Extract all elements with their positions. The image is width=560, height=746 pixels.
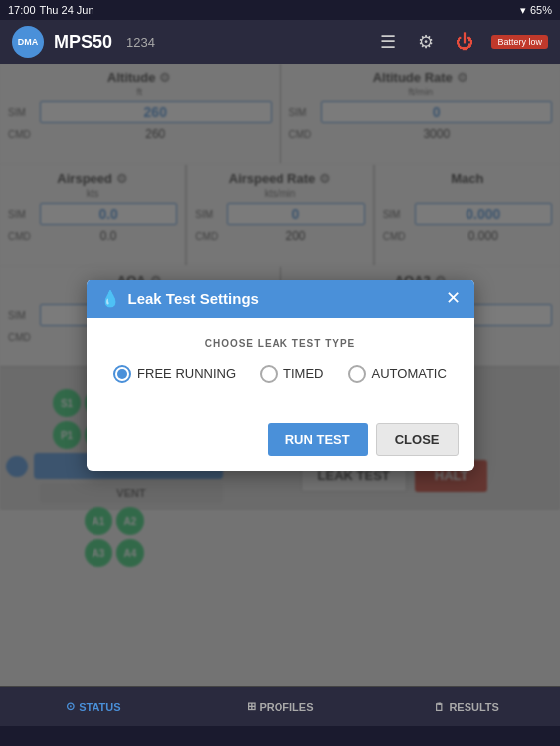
leak-test-modal: 💧 Leak Test Settings ✕ CHOOSE LEAK TEST … (87, 280, 474, 471)
status-nav-icon: ⊙ (66, 700, 75, 713)
profiles-nav-label: PROFILES (260, 701, 314, 713)
radio-timed-outer (260, 365, 278, 383)
radio-free-running-label: FREE RUNNING (137, 366, 236, 381)
status-bar: 17:00 Thu 24 Jun ▾ 65% (0, 0, 560, 20)
status-bar-left: 17:00 Thu 24 Jun (8, 4, 94, 16)
nav-results[interactable]: 🗒 RESULTS (373, 687, 560, 726)
radio-free-running-outer (113, 365, 131, 383)
radio-free-running-inner (117, 369, 127, 379)
radio-automatic[interactable]: AUTOMATIC (348, 365, 447, 383)
status-nav-label: STATUS (79, 701, 120, 713)
radio-free-running[interactable]: FREE RUNNING (113, 365, 236, 383)
radio-automatic-outer (348, 365, 366, 383)
bottom-nav: ⊙ STATUS ⊞ PROFILES 🗒 RESULTS (0, 686, 560, 726)
header: DMA MPS50 1234 ☰ ⚙ ⏻ Battery low (0, 20, 560, 64)
modal-header: 💧 Leak Test Settings ✕ (87, 280, 474, 318)
profiles-nav-icon: ⊞ (247, 700, 256, 713)
modal-overlay: 💧 Leak Test Settings ✕ CHOOSE LEAK TEST … (0, 64, 560, 686)
radio-group: FREE RUNNING TIMED AUTOMATIC (106, 365, 455, 383)
radio-automatic-label: AUTOMATIC (372, 366, 447, 381)
modal-header-left: 💧 Leak Test Settings (100, 289, 259, 308)
header-subtitle: 1234 (126, 35, 155, 50)
power-icon[interactable]: ⏻ (456, 32, 473, 53)
header-title: MPS50 (54, 32, 112, 53)
radio-timed[interactable]: TIMED (260, 365, 323, 383)
close-button[interactable]: CLOSE (376, 423, 459, 456)
run-test-button[interactable]: RUN TEST (268, 423, 368, 456)
menu-icon[interactable]: ☰ (380, 31, 396, 53)
modal-footer: RUN TEST CLOSE (87, 423, 474, 471)
nav-status[interactable]: ⊙ STATUS (0, 687, 187, 726)
results-nav-icon: 🗒 (434, 701, 445, 713)
logo: DMA (12, 26, 44, 58)
modal-body: CHOOSE LEAK TEST TYPE FREE RUNNING TIMED (87, 318, 474, 423)
status-bar-right: ▾ 65% (520, 4, 552, 17)
date: Thu 24 Jun (40, 4, 94, 16)
battery-low-badge: Battery low (491, 35, 548, 49)
leak-icon: 💧 (100, 289, 120, 308)
main-area: Altitude ⚙ ft SIM 260 CMD 260 Altitude R… (0, 64, 560, 686)
battery-level: 65% (530, 4, 552, 16)
results-nav-label: RESULTS (449, 701, 499, 713)
modal-title: Leak Test Settings (128, 290, 259, 307)
wifi-icon: ▾ (520, 4, 526, 17)
modal-subtitle: CHOOSE LEAK TEST TYPE (106, 338, 455, 349)
nav-profiles[interactable]: ⊞ PROFILES (187, 687, 374, 726)
settings-icon[interactable]: ⚙ (418, 31, 434, 53)
time: 17:00 (8, 4, 36, 16)
radio-timed-label: TIMED (283, 366, 323, 381)
modal-close-icon[interactable]: ✕ (446, 289, 461, 307)
